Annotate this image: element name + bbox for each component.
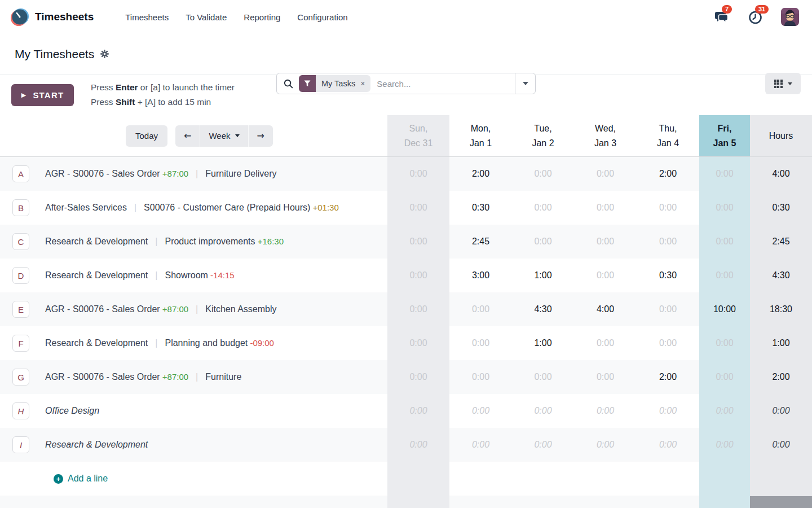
row-letter-badge[interactable]: B [12, 199, 29, 216]
grid-cell[interactable]: 0:30 [637, 259, 699, 292]
row-title[interactable]: AGR - S00076 - Sales Order +87:00|Furnit… [45, 169, 277, 179]
grid-cell[interactable]: 0:00 [387, 191, 449, 225]
column-header-hours: Hours [750, 115, 812, 157]
grid-cell[interactable]: 0:00 [387, 259, 449, 292]
menu-timesheets[interactable]: Timesheets [125, 12, 169, 22]
grid-cell[interactable]: 0:00 [449, 292, 512, 326]
grid-cell[interactable]: 4:30 [512, 292, 574, 326]
grid-cell[interactable]: 0:00 [512, 428, 574, 462]
view-switcher-button[interactable] [765, 73, 801, 94]
column-header-sun[interactable]: Sun,Dec 31 [387, 115, 449, 157]
search-input[interactable] [370, 79, 515, 89]
grid-cell[interactable]: 0:00 [699, 428, 750, 462]
messages-button[interactable]: 7 [714, 10, 729, 24]
row-title[interactable]: AGR - S00076 - Sales Order +87:00|Furnit… [45, 372, 241, 382]
grid-cell[interactable]: 0:00 [637, 292, 699, 326]
grid-cell[interactable]: 2:00 [637, 157, 699, 191]
grid-cell[interactable]: 0:00 [574, 326, 637, 360]
grid-cell[interactable]: 0:00 [699, 360, 750, 394]
column-header-tue[interactable]: Tue,Jan 2 [512, 115, 574, 157]
user-avatar[interactable] [781, 8, 799, 26]
grid-cell[interactable]: 0:00 [512, 225, 574, 259]
grid-cell[interactable]: 1:00 [512, 326, 574, 360]
column-header-mon[interactable]: Mon,Jan 1 [449, 115, 512, 157]
grid-cell[interactable]: 0:00 [699, 191, 750, 225]
grid-cell[interactable]: 0:00 [574, 394, 637, 428]
grid-cell[interactable]: 0:00 [574, 360, 637, 394]
grid-cell[interactable]: 0:00 [512, 191, 574, 225]
grid-cell[interactable]: 4:00 [574, 292, 637, 326]
grid-cell[interactable]: 2:45 [449, 225, 512, 259]
gear-icon[interactable] [100, 49, 109, 59]
grid-cell[interactable]: 0:00 [637, 191, 699, 225]
grid-cell[interactable]: 1:00 [512, 259, 574, 292]
grid-cell[interactable]: 0:00 [387, 157, 449, 191]
grid-cell[interactable]: 0:00 [512, 360, 574, 394]
menu-configuration[interactable]: Configuration [297, 12, 347, 22]
grid-cell[interactable]: 0:00 [387, 360, 449, 394]
range-dropdown[interactable]: Week [200, 125, 248, 147]
today-button[interactable]: Today [126, 125, 167, 147]
row-letter-badge[interactable]: F [12, 335, 29, 352]
grid-cell[interactable]: 0:00 [637, 394, 699, 428]
menu-to-validate[interactable]: To Validate [186, 12, 227, 22]
grid-cell[interactable]: 0:00 [512, 157, 574, 191]
grid-cell[interactable]: 0:00 [574, 428, 637, 462]
column-header-thu[interactable]: Thu,Jan 4 [637, 115, 699, 157]
column-header-fri[interactable]: Fri,Jan 5 [699, 115, 750, 157]
app-brand[interactable]: Timesheets [10, 7, 94, 27]
row-letter-badge[interactable]: A [12, 165, 29, 182]
row-title[interactable]: Office Design [45, 406, 99, 416]
row-title[interactable]: AGR - S00076 - Sales Order +87:00|Kitche… [45, 304, 277, 314]
grid-cell[interactable]: 0:00 [449, 326, 512, 360]
grid-cell[interactable]: 0:00 [699, 326, 750, 360]
grid-cell[interactable]: 0:00 [574, 157, 637, 191]
grid-cell[interactable]: 0:00 [699, 259, 750, 292]
grid-cell[interactable]: 10:00 [699, 292, 750, 326]
grid-cell[interactable]: 0:00 [449, 428, 512, 462]
menu-reporting[interactable]: Reporting [244, 12, 280, 22]
grid-cell[interactable]: 0:00 [387, 292, 449, 326]
grid-cell[interactable]: 0:00 [637, 326, 699, 360]
next-period-button[interactable]: → [248, 125, 273, 147]
grid-cell[interactable]: 0:00 [387, 326, 449, 360]
add-a-line-button[interactable]: + Add a line [54, 474, 108, 484]
row-title[interactable]: Research & Development|Planning and budg… [45, 338, 274, 348]
horizontal-scrollbar-thumb[interactable] [750, 496, 812, 508]
row-title[interactable]: Research & Development|Showroom -14:15 [45, 270, 235, 281]
grid-cell[interactable]: 0:00 [512, 394, 574, 428]
grid-cell[interactable]: 3:00 [449, 259, 512, 292]
previous-period-button[interactable]: ← [175, 125, 200, 147]
grid-cell[interactable]: 0:00 [637, 428, 699, 462]
grid-cell[interactable]: 0:00 [387, 428, 449, 462]
row-title[interactable]: Research & Development|Product improveme… [45, 237, 284, 247]
grid-cell[interactable]: 0:00 [699, 394, 750, 428]
activities-button[interactable]: 31 [748, 10, 762, 24]
grid-cell[interactable]: 0:00 [699, 225, 750, 259]
grid-cell[interactable]: 0:00 [449, 360, 512, 394]
start-timer-button[interactable]: ▶ START [11, 84, 74, 106]
row-letter-badge[interactable]: G [12, 369, 29, 386]
search-options-toggle[interactable] [515, 73, 535, 94]
filter-chip-my-tasks[interactable]: My Tasks × [299, 75, 370, 92]
grid-cell[interactable]: 0:00 [637, 225, 699, 259]
grid-cell[interactable]: 0:00 [574, 225, 637, 259]
grid-cell[interactable]: 0:00 [574, 259, 637, 292]
row-title[interactable]: Research & Development [45, 440, 148, 450]
column-header-wed[interactable]: Wed,Jan 3 [574, 115, 637, 157]
remove-filter-icon[interactable]: × [360, 79, 365, 88]
grid-cell[interactable]: 0:00 [387, 394, 449, 428]
row-title[interactable]: After-Sales Services|S00076 - Customer C… [45, 203, 339, 213]
row-letter-badge[interactable]: H [12, 402, 29, 419]
grid-cell[interactable]: 0:30 [449, 191, 512, 225]
grid-cell[interactable]: 0:00 [574, 191, 637, 225]
grid-cell[interactable]: 2:00 [637, 360, 699, 394]
grid-cell[interactable]: 0:00 [387, 225, 449, 259]
grid-cell[interactable]: 0:00 [699, 157, 750, 191]
row-letter-badge[interactable]: I [12, 436, 29, 453]
row-letter-badge[interactable]: D [12, 267, 29, 284]
grid-cell[interactable]: 0:00 [449, 394, 512, 428]
row-letter-badge[interactable]: E [12, 301, 29, 318]
grid-cell[interactable]: 2:00 [449, 157, 512, 191]
row-letter-badge[interactable]: C [12, 233, 29, 250]
